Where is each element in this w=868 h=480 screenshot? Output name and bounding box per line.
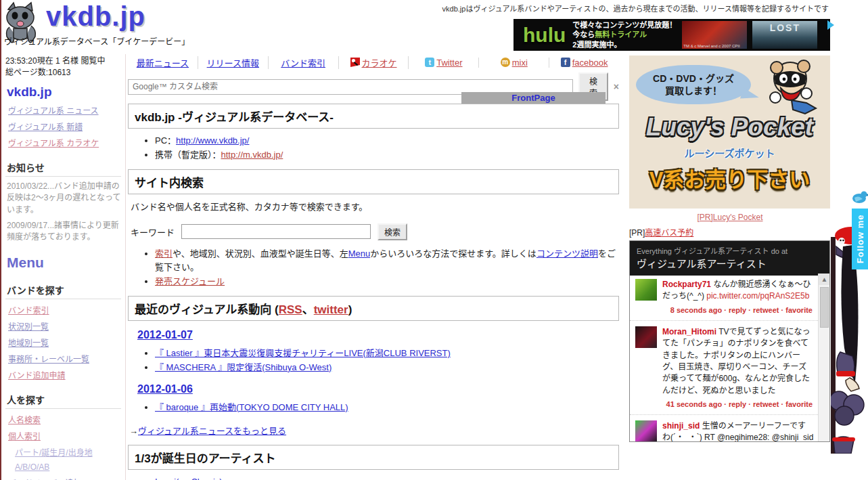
hulu-ad-copy: で様々なコンテンツが見放題！ 今なら無料トライアル 2週間実施中。	[572, 20, 677, 49]
tweet-item[interactable]: Moran_Hitomi TVで見てずっと気になってた「パンチョ」のナポリタンを…	[630, 321, 818, 415]
tweet-username[interactable]: shinji_sid	[662, 421, 700, 431]
page-root: vkdb.jp ヴィジュアル系データベース「ブイケーデービー」 vkdb.jpは…	[0, 0, 868, 480]
hulu-line2a: 今なら	[572, 30, 595, 39]
sidebar-item-region-list[interactable]: 地域別一覧	[8, 336, 121, 348]
lucys-pocket-ad[interactable]: CD・DVD・グッズ 買取します！ Lucy's Pocket ルーシーズポケッ…	[629, 56, 830, 209]
site-tagline: vkdb.jpはヴィジュアル系バンドやアーティストの、過去から現在までの活動、リ…	[442, 3, 829, 14]
scrollbar-thumb[interactable]	[820, 287, 829, 328]
keyword-search-row: キーワード 検索	[131, 223, 619, 240]
sidebar-item-status-list[interactable]: 状況別一覧	[8, 320, 121, 332]
sidebar-item-band-index[interactable]: バンド索引	[8, 304, 121, 315]
twitter-widget-header: Everything ヴィジュアル系アーティスト do at ヴィジュアル系アー…	[630, 241, 829, 276]
notice-2: 2009/09/17...諸事情により更新頻度が落ちております。	[7, 220, 121, 244]
schedule-item: 発売スケジュール	[155, 275, 619, 289]
news-item: 『 baroque 』再始動(TOKYO DOME CITY HALL)	[155, 401, 619, 415]
news-item: 『 MASCHERA 』限定復活(Shibuya O-West)	[155, 361, 619, 375]
nav-karaoke[interactable]: カラオケ	[362, 56, 397, 69]
news-item: 『 Lastier 』東日本大震災復興支援チャリティーLIVE(新潟CLUB R…	[155, 347, 619, 361]
keyword-input[interactable]	[181, 224, 371, 239]
hulu-line2b: 無料トライアル	[595, 30, 647, 39]
nav-mixi[interactable]: mixi	[512, 58, 528, 68]
site-logo-text[interactable]: vkdb.jp	[46, 1, 145, 32]
sidebar-item-label-list[interactable]: 事務所・レーベル一覧	[8, 353, 121, 364]
keyword-search-button[interactable]: 検索	[378, 223, 407, 240]
tweet-username[interactable]: Moran_Hitomi	[662, 327, 716, 336]
news-date-1: 2012-01-07	[137, 329, 619, 341]
recent-trends-heading: 最近のヴィジュアル系動向 (RSS、twitter)	[128, 296, 619, 321]
mixi-icon: m	[501, 58, 510, 67]
news-link-maschera[interactable]: 『 MASCHERA 』限定復活(Shibuya O-West)	[155, 362, 332, 372]
nav-band-index[interactable]: バンド索引	[281, 56, 325, 69]
twitter-feed-link[interactable]: twitter	[314, 303, 348, 316]
tweet-username[interactable]: Rockparty71	[662, 280, 711, 289]
arrow-glyph: →	[129, 426, 138, 436]
sidebar-site-title[interactable]: vkdb.jp	[7, 85, 121, 100]
nav-release-info[interactable]: リリース情報	[207, 56, 259, 69]
hulu-line3: 2週間実施中。	[572, 41, 621, 49]
avatar[interactable]	[635, 326, 657, 348]
pr-bus-link[interactable]: 高速バス予約	[645, 228, 693, 238]
facebook-icon: f	[561, 58, 570, 67]
hulu-ad-banner[interactable]: hulu で様々なコンテンツが見放題！ 今なら無料トライアル 2週間実施中。 T…	[513, 19, 830, 51]
nav-latest-news[interactable]: 最新ニュース	[137, 56, 189, 69]
main-column: 最新ニュース リリース情報 バンド索引 カラオケ t Twitter m mix…	[128, 56, 619, 480]
site-url-list: PC：http://www.vkdb.jp/ 携帯（暫定版）：http://m.…	[155, 134, 619, 162]
tweet-pic-link[interactable]: pic.twitter.com/pqRAnS2E5b	[706, 291, 809, 301]
twitter-widget: Everything ヴィジュアル系アーティスト do at ヴィジュアル系アー…	[629, 240, 830, 442]
sidebar-item-member-add[interactable]: バンドメンバー追加	[8, 477, 121, 480]
sidebar-item-person-index[interactable]: 個人索引	[8, 430, 121, 441]
tweet-item[interactable]: shinji_sid 生憎のメーアーリーフーですわ(´・_・`) RT @neg…	[630, 415, 818, 441]
tweet-meta[interactable]: 41 seconds ago · reply · retweet · favor…	[662, 399, 813, 410]
contents-guide-link[interactable]: コンテンツ説明	[536, 248, 598, 259]
frontpage-tab[interactable]: FrontPage	[461, 92, 606, 104]
sidebar-item-bloodtype[interactable]: A/B/O/AB	[15, 462, 121, 472]
hulu-line1: で様々なコンテンツが見放題！	[572, 21, 677, 29]
ad-play-icon[interactable]	[827, 20, 834, 30]
more-news-link[interactable]: ヴィジュアル系ニュースをもっと見る	[138, 426, 286, 436]
artist-item: Izumi(ex-Classic)	[155, 475, 619, 480]
news-link-lastier[interactable]: 『 Lastier 』東日本大震災復興支援チャリティーLIVE(新潟CLUB R…	[155, 348, 451, 358]
pr-label: [PR]	[629, 228, 645, 238]
sidebar-link-karaoke[interactable]: ヴィジュアル系 カラオケ	[8, 137, 121, 148]
scroll-up-icon[interactable]: ▲	[819, 274, 830, 285]
right-column: CD・DVD・グッズ 買取します！ Lucy's Pocket ルーシーズポケッ…	[629, 56, 831, 480]
sidebar-link-news[interactable]: ヴィジュアル系 ニュース	[8, 104, 121, 116]
sidebar-item-name-search[interactable]: 人名検索	[8, 414, 121, 425]
people-search-heading: 人を探す	[5, 391, 121, 409]
sidebar-link-new-release[interactable]: ヴィジュアル系 新譜	[8, 121, 121, 132]
close-search-icon[interactable]: ×	[614, 81, 619, 92]
main-content: vkdb.jp -ヴィジュアル系データベース- PC：http://www.vk…	[128, 104, 619, 480]
page-count: 総ページ数:10613	[5, 67, 121, 79]
menu-link[interactable]: Menu	[348, 248, 371, 259]
tweet-meta[interactable]: 8 seconds ago · reply · retweet · favori…	[662, 305, 813, 316]
site-header: vkdb.jp ヴィジュアル系データベース「ブイケーデービー」 vkdb.jpは…	[1, 0, 868, 53]
avatar[interactable]	[635, 279, 657, 301]
site-search-description: バンド名や個人名を正式名称、カタカナ等で検索できます。	[131, 200, 619, 213]
news-date-2-link[interactable]: 2012-01-06	[137, 383, 193, 395]
news-date-1-link[interactable]: 2012-01-07	[137, 329, 193, 341]
nav-facebook[interactable]: facebook	[572, 58, 608, 68]
twitter-bird-icon[interactable]	[850, 190, 868, 204]
news-link-baroque[interactable]: 『 baroque 』再始動(TOKYO DOME CITY HALL)	[155, 402, 348, 412]
index-link[interactable]: 索引	[155, 248, 173, 259]
left-sidebar: 23:53:20現在 1 名様 閲覧中 総ページ数:10613 vkdb.jp …	[1, 54, 126, 480]
nav-twitter[interactable]: Twitter	[436, 58, 462, 68]
pr-lucys-pocket-link[interactable]: [PR]Lucy's Pocket	[698, 213, 763, 222]
pc-label: PC：	[155, 135, 176, 146]
sidebar-item-band-request[interactable]: バンド追加申請	[8, 369, 121, 380]
paren-open: (	[271, 303, 278, 316]
pc-url-link[interactable]: http://www.vkdb.jp/	[176, 135, 249, 146]
recent-heading-text: 最近のヴィジュアル系動向	[135, 303, 271, 316]
release-schedule-link[interactable]: 発売スケジュール	[155, 276, 225, 286]
tweet-item[interactable]: Rockparty71 なんか親近感湧くなぁ～ひだっち(^_^) pic.twi…	[630, 274, 818, 321]
mobile-url-link[interactable]: http://m.vkdb.jp/	[221, 150, 283, 160]
visitor-count: 23:53:20現在 1 名様 閲覧中	[5, 56, 121, 67]
sidebar-item-part-birth[interactable]: パート/誕生月/出身地	[15, 446, 121, 458]
artist-link-izumi[interactable]: Izumi(ex-Classic)	[155, 477, 223, 480]
widget-scrollbar[interactable]: ▲	[818, 274, 829, 441]
tweet-text: TVで見てずっと気になってた「パンチョ」のナポリタンを食べてきました。ナポリタン…	[662, 327, 810, 395]
follow-me-tab[interactable]: Follow me	[852, 209, 868, 269]
rss-link[interactable]: RSS	[279, 303, 302, 316]
ad-title: Lucy's Pocket	[629, 113, 830, 141]
avatar[interactable]	[635, 420, 657, 441]
